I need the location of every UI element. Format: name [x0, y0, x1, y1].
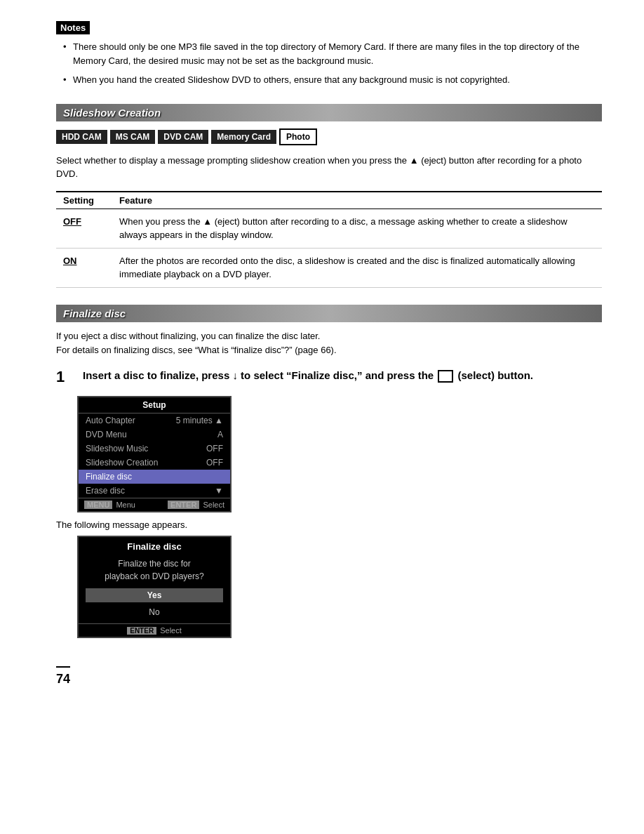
tab-dvd-cam[interactable]: DVD CAM — [158, 130, 208, 144]
tab-memory-card[interactable]: Memory Card — [211, 130, 276, 144]
notes-list: There should only be one MP3 file saved … — [63, 40, 602, 87]
setup-row-slideshow-music: Slideshow MusicOFF — [79, 442, 230, 456]
settings-table: Setting Feature OFF When you press the ▲… — [56, 191, 602, 288]
step-number: 1 — [56, 368, 77, 386]
setup-row-slideshow-creation: Slideshow CreationOFF — [79, 456, 230, 470]
select-btn-label: ENTER — [168, 501, 199, 509]
setup-footer: MENU Menu ENTER Select — [79, 498, 230, 511]
slideshow-creation-header: Slideshow Creation — [56, 104, 602, 121]
dialog-enter-btn: ENTER — [127, 627, 156, 635]
tab-row: HDD CAM MS CAM DVD CAM Memory Card Photo — [56, 128, 602, 145]
dialog-body: Finalize the disc for playback on DVD pl… — [79, 555, 230, 588]
finalize-disc-section: Finalize disc If you eject a disc withou… — [56, 305, 602, 639]
note-item-2: When you hand the created Slideshow DVD … — [63, 73, 602, 87]
finalize-dialog: Finalize disc Finalize the disc for play… — [77, 536, 232, 638]
step-1-row: 1 Insert a disc to finalize, press ↓ to … — [56, 368, 602, 386]
select-button-icon — [438, 370, 453, 383]
setup-row-erase-disc: Erase disc▼ — [79, 484, 230, 498]
setup-screen: Setup Auto Chapter5 minutes ▲ DVD MenuA … — [77, 396, 232, 512]
col-setting: Setting — [56, 192, 112, 209]
menu-btn-label: MENU — [84, 501, 112, 509]
setup-row-auto-chapter: Auto Chapter5 minutes ▲ — [79, 413, 230, 428]
notes-section: Notes There should only be one MP3 file … — [56, 21, 602, 87]
note-item-1: There should only be one MP3 file saved … — [63, 40, 602, 67]
setting-off: OFF — [56, 208, 112, 248]
finalize-intro: If you eject a disc without finalizing, … — [56, 329, 602, 359]
finalize-disc-header: Finalize disc — [56, 305, 602, 322]
setup-row-finalize-disc: Finalize disc — [79, 470, 230, 484]
notes-label: Notes — [56, 21, 90, 34]
page-number: 74 — [56, 666, 70, 687]
table-row-on: ON After the photos are recorded onto th… — [56, 248, 602, 287]
step-1-text: Insert a disc to finalize, press ↓ to se… — [83, 368, 533, 384]
following-message: The following message appears. — [56, 519, 602, 530]
table-row-off: OFF When you press the ▲ (eject) button … — [56, 208, 602, 248]
tab-hdd-cam[interactable]: HDD CAM — [56, 130, 107, 144]
setting-on: ON — [56, 248, 112, 287]
setup-title: Setup — [79, 397, 230, 413]
slideshow-description: Select whether to display a message prom… — [56, 154, 602, 181]
dialog-no[interactable]: No — [86, 605, 223, 619]
dialog-title: Finalize disc — [79, 537, 230, 555]
tab-photo[interactable]: Photo — [279, 128, 317, 145]
dialog-footer: ENTER Select — [79, 623, 230, 637]
dialog-yes[interactable]: Yes — [86, 588, 223, 602]
col-feature: Feature — [112, 192, 602, 209]
slideshow-creation-section: Slideshow Creation HDD CAM MS CAM DVD CA… — [56, 104, 602, 288]
tab-ms-cam[interactable]: MS CAM — [110, 130, 156, 144]
feature-on: After the photos are recorded onto the d… — [112, 248, 602, 287]
feature-off: When you press the ▲ (eject) button afte… — [112, 208, 602, 248]
setup-row-dvd-menu: DVD MenuA — [79, 428, 230, 442]
